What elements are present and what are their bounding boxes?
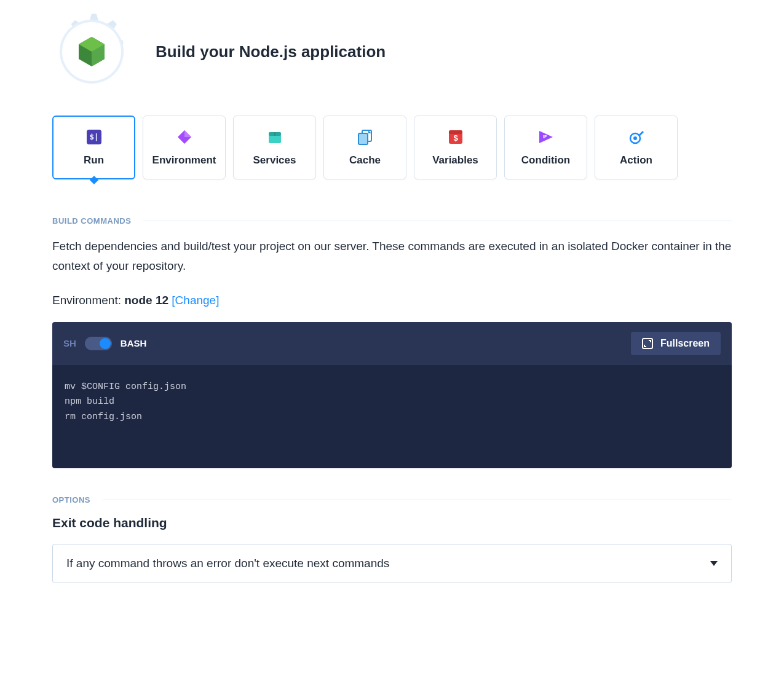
files-icon <box>357 128 374 146</box>
svg-text:IF: IF <box>543 135 547 139</box>
tab-variables[interactable]: $ Variables <box>414 116 497 179</box>
fullscreen-label: Fullscreen <box>660 338 710 349</box>
fullscreen-button[interactable]: Fullscreen <box>631 332 721 355</box>
env-name: node 12 <box>124 294 168 307</box>
dollar-icon: $ <box>447 128 464 146</box>
play-if-icon: IF <box>537 128 555 146</box>
diamond-icon <box>176 128 193 146</box>
tab-services[interactable]: Services <box>233 116 316 179</box>
svg-marker-6 <box>184 130 191 137</box>
bash-label: BASH <box>121 338 147 348</box>
code-textarea[interactable]: mv $CONFIG config.json npm build rm conf… <box>52 365 732 468</box>
tab-cache[interactable]: Cache <box>323 116 406 179</box>
tab-run[interactable]: $| Run <box>52 116 135 179</box>
env-prefix: Environment: <box>52 294 124 307</box>
tab-environment[interactable]: Environment <box>143 116 226 179</box>
chevron-down-icon <box>710 561 718 566</box>
tab-action[interactable]: Action <box>595 116 678 179</box>
svg-text:$: $ <box>453 133 458 143</box>
select-value: If any command throws an error don't exe… <box>66 557 389 570</box>
tab-label: Environment <box>152 154 216 167</box>
build-description: Fetch dependencies and build/test your p… <box>52 237 732 277</box>
box-icon <box>266 128 283 146</box>
terminal-icon: $| <box>85 128 103 146</box>
svg-rect-12 <box>358 133 368 144</box>
tab-condition[interactable]: IF Condition <box>504 116 587 179</box>
header: Build your Node.js application <box>52 12 732 91</box>
action-badge <box>52 12 131 91</box>
tab-label: Cache <box>349 154 381 167</box>
code-editor: SH BASH Fullscreen mv $CONFIG config.jso… <box>52 322 732 468</box>
sh-label: SH <box>63 338 76 348</box>
exit-code-title: Exit code handling <box>52 516 732 530</box>
shell-toggle[interactable] <box>85 337 112 350</box>
tabs: $| Run Environment Services Cache $ Vari… <box>52 116 732 179</box>
environment-line: Environment: node 12 [Change] <box>52 294 732 307</box>
tab-label: Services <box>253 154 296 167</box>
tab-label: Action <box>620 154 652 167</box>
page-title: Build your Node.js application <box>156 42 386 61</box>
tab-label: Variables <box>432 154 478 167</box>
fullscreen-icon <box>642 338 653 349</box>
tab-label: Run <box>84 154 104 167</box>
svg-text:$|: $| <box>89 133 98 141</box>
section-label-text: BUILD COMMANDS <box>52 216 131 226</box>
tab-label: Condition <box>521 154 570 167</box>
nodejs-icon <box>77 36 106 68</box>
svg-rect-7 <box>269 135 281 143</box>
section-options: OPTIONS <box>52 495 732 505</box>
section-label-text: OPTIONS <box>52 495 90 505</box>
change-environment-link[interactable]: [Change] <box>172 294 219 307</box>
section-build-commands: BUILD COMMANDS <box>52 216 732 226</box>
shell-switch: SH BASH <box>63 337 146 350</box>
svg-point-19 <box>633 136 637 140</box>
gear-wrench-icon <box>628 128 645 146</box>
editor-toolbar: SH BASH Fullscreen <box>52 322 732 365</box>
exit-code-select[interactable]: If any command throws an error don't exe… <box>52 544 732 583</box>
